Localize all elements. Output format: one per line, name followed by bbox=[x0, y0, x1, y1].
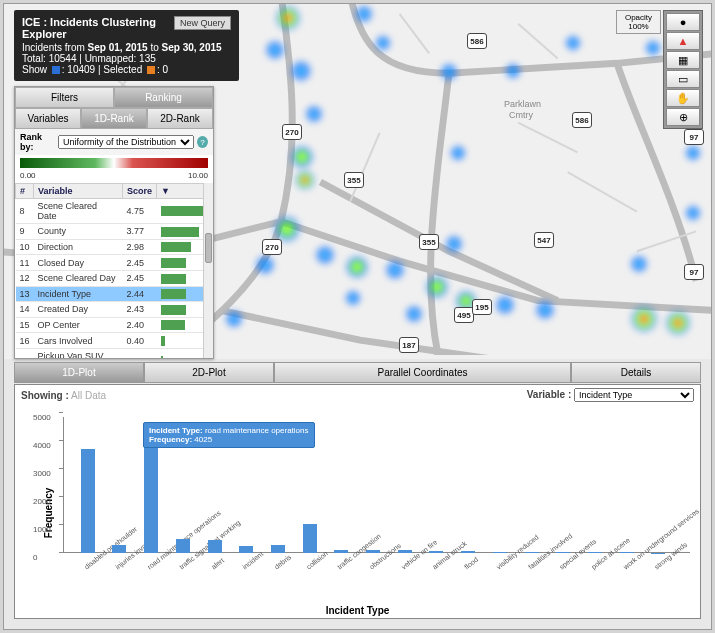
map-label: Cmtry bbox=[509, 110, 533, 120]
route-586b: 586 bbox=[572, 112, 592, 128]
variable-table: # Variable Score ▼ 8Scene Cleared Date4.… bbox=[15, 183, 213, 358]
route-495: 495 bbox=[454, 307, 474, 323]
score-gradient bbox=[20, 158, 208, 168]
variable-label: Variable : bbox=[527, 389, 571, 400]
new-query-button[interactable]: New Query bbox=[174, 16, 231, 30]
subtab-2d-rank[interactable]: 2D-Rank bbox=[147, 108, 213, 129]
chart-bar[interactable] bbox=[366, 550, 380, 553]
x-axis-label: Incident Type bbox=[326, 605, 390, 616]
route-187: 187 bbox=[399, 337, 419, 353]
col-num[interactable]: # bbox=[16, 184, 34, 199]
chart-bar[interactable] bbox=[620, 552, 634, 553]
chart-bar[interactable] bbox=[144, 440, 158, 553]
chart-bar[interactable] bbox=[588, 552, 602, 553]
opacity-control[interactable]: Opacity100% bbox=[616, 10, 661, 34]
tool-zoom-icon[interactable]: ⊕ bbox=[666, 108, 700, 126]
tab-1d-plot[interactable]: 1D-Plot bbox=[14, 362, 144, 383]
chart-bar[interactable] bbox=[334, 550, 348, 553]
x-tick-label: incident bbox=[241, 550, 264, 570]
x-tick-label: alert bbox=[210, 557, 225, 571]
shown-swatch bbox=[52, 66, 60, 74]
table-row[interactable]: 8Scene Cleared Date4.75 bbox=[16, 199, 213, 224]
tool-select-icon[interactable]: ▭ bbox=[666, 70, 700, 88]
tab-parallel-coords[interactable]: Parallel Coordinates bbox=[274, 362, 571, 383]
table-scrollbar[interactable] bbox=[203, 183, 213, 358]
chart-bar[interactable] bbox=[112, 545, 126, 553]
chart-bar[interactable] bbox=[398, 550, 412, 553]
tool-pan-icon[interactable]: ✋ bbox=[666, 89, 700, 107]
tool-point-icon[interactable]: ● bbox=[666, 13, 700, 31]
info-panel: New Query ICE : Incidents Clustering Exp… bbox=[14, 10, 239, 81]
table-row[interactable]: 10Direction2.98 bbox=[16, 239, 213, 255]
route-270b: 270 bbox=[262, 239, 282, 255]
rank-by-label: Rank by: bbox=[20, 132, 55, 152]
tab-filters[interactable]: Filters bbox=[15, 87, 114, 108]
totals: Total: 10544 | Unmapped: 135 bbox=[22, 53, 231, 64]
rank-by-select[interactable]: Uniformity of the Distribution bbox=[58, 135, 194, 149]
route-355: 355 bbox=[344, 172, 364, 188]
chart-bar[interactable] bbox=[303, 524, 317, 553]
x-tick-label: obstructions bbox=[368, 542, 402, 571]
plot-tabs: 1D-Plot 2D-Plot Parallel Coordinates Det… bbox=[14, 362, 701, 383]
tab-2d-plot[interactable]: 2D-Plot bbox=[144, 362, 274, 383]
chart-bar[interactable] bbox=[556, 552, 570, 553]
subtab-1d-rank[interactable]: 1D-Rank bbox=[81, 108, 147, 129]
chart-bar[interactable] bbox=[176, 539, 190, 553]
chart-panel: Showing : All Data Variable : Incident T… bbox=[14, 384, 701, 619]
table-row[interactable]: 11Closed Day2.45 bbox=[16, 255, 213, 271]
legend: Show : 10409 | Selected : 0 bbox=[22, 64, 231, 75]
route-547: 547 bbox=[534, 232, 554, 248]
table-row[interactable]: 14Created Day2.43 bbox=[16, 302, 213, 318]
table-row[interactable]: 17Pickup Van SUV Involved0.11 bbox=[16, 349, 213, 359]
table-row[interactable]: 12Scene Cleared Day2.45 bbox=[16, 270, 213, 286]
col-score[interactable]: Score bbox=[122, 184, 156, 199]
route-355b: 355 bbox=[419, 234, 439, 250]
map-label: Parklawn bbox=[504, 99, 541, 109]
chart-bar[interactable] bbox=[461, 551, 475, 553]
subtab-variables[interactable]: Variables bbox=[15, 108, 81, 129]
route-195: 195 bbox=[472, 299, 492, 315]
x-tick-label: flood bbox=[463, 556, 479, 571]
route-586: 586 bbox=[467, 33, 487, 49]
chart-bar[interactable] bbox=[271, 545, 285, 553]
chart-bar[interactable] bbox=[429, 551, 443, 553]
chart-bar[interactable] bbox=[239, 546, 253, 553]
selected-swatch bbox=[147, 66, 155, 74]
chart-plot-area[interactable]: Incident Type: road maintenance operatio… bbox=[63, 417, 690, 553]
table-row[interactable]: 13Incident Type2.44 bbox=[16, 286, 213, 302]
showing-label: Showing : bbox=[21, 390, 69, 401]
chart-tooltip: Incident Type: road maintenance operatio… bbox=[143, 422, 315, 448]
table-row[interactable]: 15OP Center2.40 bbox=[16, 317, 213, 333]
table-row[interactable]: 9County3.77 bbox=[16, 224, 213, 240]
map-toolbox: ● ▲ ▦ ▭ ✋ ⊕ bbox=[663, 10, 703, 129]
route-270: 270 bbox=[282, 124, 302, 140]
date-range: Incidents from Sep 01, 2015 to Sep 30, 2… bbox=[22, 42, 231, 53]
tab-details[interactable]: Details bbox=[571, 362, 701, 383]
route-97b: 97 bbox=[684, 264, 704, 280]
chart-bar[interactable] bbox=[493, 552, 507, 553]
chart-bar[interactable] bbox=[81, 449, 95, 553]
ranking-panel: Filters Ranking Variables 1D-Rank 2D-Ran… bbox=[14, 86, 214, 359]
tool-layer-icon[interactable]: ▦ bbox=[666, 51, 700, 69]
chart-bar[interactable] bbox=[208, 540, 222, 553]
tool-heat-icon[interactable]: ▲ bbox=[666, 32, 700, 50]
route-97: 97 bbox=[684, 129, 704, 145]
table-row[interactable]: 16Cars Involved0.40 bbox=[16, 333, 213, 349]
showing-value: All Data bbox=[71, 390, 106, 401]
chart-bar[interactable] bbox=[525, 552, 539, 553]
col-variable[interactable]: Variable bbox=[34, 184, 123, 199]
tab-ranking[interactable]: Ranking bbox=[114, 87, 213, 108]
variable-select[interactable]: Incident Type bbox=[574, 388, 694, 402]
help-icon[interactable]: ? bbox=[197, 136, 208, 148]
x-tick-label: debris bbox=[273, 553, 292, 570]
